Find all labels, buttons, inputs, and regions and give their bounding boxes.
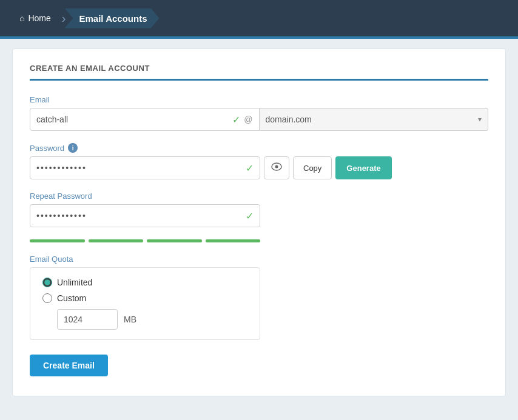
eye-icon (271, 162, 282, 173)
quota-group: Email Quota Unlimited Custom MB (30, 255, 488, 340)
email-local-input[interactable] (36, 115, 232, 124)
breadcrumb-active: Email Accounts (65, 8, 160, 28)
quota-box: Unlimited Custom MB (30, 267, 260, 340)
svg-point-1 (275, 165, 278, 168)
email-local-wrap: ✓ @ (30, 108, 260, 131)
info-icon[interactable]: i (68, 143, 78, 153)
breadcrumb-bar: ⌂ Home › Email Accounts (0, 0, 518, 36)
strength-segment-1 (30, 239, 85, 242)
unlimited-radio[interactable] (42, 278, 52, 287)
password-input-wrap: ✓ (30, 156, 260, 179)
quota-value-input[interactable] (57, 309, 118, 330)
custom-label: Custom (57, 293, 86, 303)
quota-label: Email Quota (30, 255, 488, 264)
email-group: Email ✓ @ domain.com domain.com ▾ (30, 95, 488, 131)
password-row: ✓ Copy Generate (30, 156, 488, 179)
card: CREATE AN EMAIL ACCOUNT Email ✓ @ domain… (12, 48, 506, 396)
create-email-button[interactable]: Create Email (30, 355, 108, 376)
unlimited-label: Unlimited (57, 278, 92, 287)
repeat-password-input[interactable] (36, 211, 246, 221)
repeat-password-wrap: ✓ (30, 204, 260, 227)
unlimited-radio-row: Unlimited (42, 278, 247, 287)
repeat-check-icon: ✓ (246, 210, 254, 222)
at-icon: @ (244, 115, 252, 124)
main-wrapper: CREATE AN EMAIL ACCOUNT Email ✓ @ domain… (0, 39, 518, 406)
password-label-row: Password i (30, 143, 488, 153)
home-icon: ⌂ (19, 13, 24, 23)
email-row: ✓ @ domain.com domain.com ▾ (30, 108, 488, 131)
breadcrumb-active-label: Email Accounts (79, 13, 147, 24)
copy-button[interactable]: Copy (293, 156, 332, 179)
password-check-icon: ✓ (246, 162, 254, 174)
quota-custom-row: MB (42, 309, 247, 330)
card-title: CREATE AN EMAIL ACCOUNT (30, 64, 488, 81)
generate-button[interactable]: Generate (335, 156, 391, 179)
password-group: Password i ✓ Copy Generate (30, 143, 488, 179)
custom-radio[interactable] (42, 293, 52, 303)
breadcrumb-separator: › (62, 12, 66, 25)
toggle-password-button[interactable] (264, 156, 289, 179)
strength-segment-2 (89, 239, 144, 242)
repeat-password-group: Repeat Password ✓ (30, 192, 488, 227)
password-label: Password (30, 144, 64, 153)
strength-segment-3 (147, 239, 202, 242)
password-input[interactable] (36, 163, 246, 173)
home-label: Home (28, 13, 50, 23)
strength-segment-4 (206, 239, 261, 242)
caret-down-icon: ▾ (478, 115, 482, 124)
repeat-password-label: Repeat Password (30, 192, 488, 201)
breadcrumb-home[interactable]: ⌂ Home (10, 8, 61, 28)
email-domain-wrap: domain.com domain.com ▾ (260, 108, 489, 131)
email-check-icon: ✓ (232, 114, 240, 125)
strength-bar (30, 239, 260, 242)
email-label: Email (30, 95, 488, 104)
mb-label: MB (124, 315, 136, 324)
domain-value-display: domain.com (266, 115, 479, 124)
custom-radio-row: Custom (42, 293, 247, 303)
